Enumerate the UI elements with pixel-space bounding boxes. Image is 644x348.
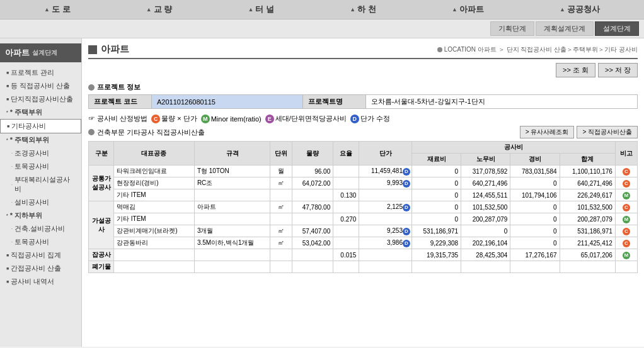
cell-expense: 783,031,584 <box>510 166 560 177</box>
cell-expense: 17,276,167 <box>510 249 560 261</box>
cell-unitprice-wrapper <box>359 213 412 225</box>
table-row: 강관동바리3.5M이하,벽식1개월㎡53,042.003,986D9,229,3… <box>89 237 638 249</box>
project-code-value: A20110126080115 <box>152 95 303 109</box>
sidebar-item-complex-direct[interactable]: 단지직접공사비산출 <box>0 93 81 106</box>
sidebar-title: 아파트 <box>5 47 30 59</box>
project-dot <box>88 84 95 91</box>
cell-labor: 202,196,104 <box>461 237 510 249</box>
sidebar-item-direct-sum[interactable]: 직접공사비 집계 <box>0 249 81 262</box>
note-badge-M[interactable]: M <box>623 216 630 223</box>
similar-button[interactable]: > 유사사례조회 <box>520 126 575 138</box>
stage-tab[interactable]: 설계단계 <box>595 21 639 36</box>
sidebar-item-landscape[interactable]: 조경공사비 <box>0 147 81 160</box>
top-nav-item[interactable]: 공공청사 <box>560 4 600 15</box>
sidebar-items-container: 프로젝트 관리등 직접공사비 산출단지직접공사비산출* 주택부위기타공사비* 주… <box>0 66 81 288</box>
cell-quantity <box>292 213 333 225</box>
save-button[interactable]: >> 저 장 <box>598 63 638 77</box>
cell-unit <box>270 261 292 273</box>
note-badge-C[interactable]: C <box>623 204 630 211</box>
badge-D[interactable]: D <box>403 168 410 176</box>
page-title-bar: 아파트 LOCATION 아파트 ＞ 단지 직접공사비 산출＞주택부위＞기타 공… <box>88 43 638 59</box>
cell-note: C <box>615 237 637 249</box>
cell-repCategory <box>114 249 195 261</box>
sidebar-item-direct-cost[interactable]: 등 직접공사비 산출 <box>0 79 81 93</box>
cell-rate <box>333 177 359 189</box>
main-content: 아파트 LOCATION 아파트 ＞ 단지 직접공사비 산출＞주택부위＞기타 공… <box>82 38 644 347</box>
sidebar-item-outside-group[interactable]: * 주택외부위 <box>0 133 81 147</box>
stage-tab[interactable]: 계획설계단계 <box>536 21 594 36</box>
sidebar-item-civil[interactable]: 토목공사비 <box>0 160 81 173</box>
badge-D[interactable]: D <box>403 240 410 247</box>
th-total: 합계 <box>560 154 615 166</box>
cell-total: 1,100,110,176 <box>560 166 615 177</box>
badge-D[interactable]: D <box>403 228 410 235</box>
main-layout: 아파트 설계단계 프로젝트 관리등 직접공사비 산출단지직접공사비산출* 주택부… <box>0 38 644 347</box>
cell-unit: ㎡ <box>270 177 292 189</box>
cell-unit: ㎡ <box>270 237 292 249</box>
note-badge-C[interactable]: C <box>623 168 630 176</box>
table-row: 공통가설공사타워크레인임대료T형 10TON월96.0011,459,481D0… <box>89 166 638 177</box>
table-row: 강관비계매기(브라켓)3개월㎡57,407.009,253D531,186,97… <box>89 225 638 237</box>
sidebar-item-civil2[interactable]: 토목공사비 <box>0 235 81 249</box>
cell-rate: 0.015 <box>333 249 359 261</box>
top-nav-item[interactable]: 터 널 <box>248 4 274 15</box>
cell-spec: RC조 <box>194 177 270 189</box>
cell-repCategory: 먹매김 <box>114 201 195 213</box>
view-button[interactable]: >> 조 회 <box>556 63 595 77</box>
note-badge-M[interactable]: M <box>623 252 630 259</box>
cell-rate <box>333 261 359 273</box>
sidebar-item-underground-group[interactable]: * 지하부위 <box>0 209 81 222</box>
note-badge-C[interactable]: C <box>623 180 630 188</box>
cell-unit: 월 <box>270 166 292 177</box>
cell-category: 잡공사 <box>89 249 114 261</box>
data-table-body: 공통가설공사타워크레인임대료T형 10TON월96.0011,459,481D0… <box>89 166 638 273</box>
method-icon-M: M <box>201 115 210 123</box>
sidebar-stage-label: 설계단계 <box>32 48 57 57</box>
cell-material: 0 <box>411 177 461 189</box>
note-badge-M[interactable]: M <box>623 192 630 199</box>
sidebar-item-indirect[interactable]: 간접공사비 산출 <box>0 262 81 275</box>
top-nav-item[interactable]: 아파트 <box>452 4 484 15</box>
top-nav-item[interactable]: 도 로 <box>44 4 71 15</box>
cell-expense: 101,794,106 <box>510 189 560 201</box>
cell-expense: 0 <box>510 201 560 213</box>
location-label: LOCATION <box>444 46 476 53</box>
cell-unitprice-wrapper: 11,459,481D <box>359 166 412 177</box>
note-badge-C[interactable]: C <box>623 228 630 235</box>
direct-button[interactable]: > 직접공사비산출 <box>577 126 638 138</box>
cell-repCategory <box>114 261 195 273</box>
sidebar-item-cost-report[interactable]: 공사비 내역서 <box>0 275 81 288</box>
top-nav-item[interactable]: 교 량 <box>146 4 173 15</box>
cell-expense: 0 <box>510 225 560 237</box>
cell-note: C <box>615 201 637 213</box>
sidebar-item-project-manage[interactable]: 프로젝트 관리 <box>0 66 81 79</box>
cell-quantity: 96.00 <box>292 166 333 177</box>
th-labor: 노무비 <box>461 154 510 166</box>
sidebar-item-housing-group[interactable]: * 주택부위 <box>0 106 81 119</box>
sidebar-item-arch-equipment[interactable]: 건축.설비공사비 <box>0 222 81 235</box>
cell-repCategory: 기타 ITEM <box>114 213 195 225</box>
sidebar-item-welfare-facility[interactable]: 부대복리시설공사비 <box>0 173 81 196</box>
cell-unit <box>270 213 292 225</box>
page-title: 아파트 <box>101 43 129 55</box>
top-nav-item[interactable]: 하 천 <box>350 4 376 15</box>
sidebar-item-equipment[interactable]: 설비공사비 <box>0 196 81 209</box>
project-name-label: 프로젝트명 <box>302 95 365 109</box>
cell-expense: 0 <box>510 237 560 249</box>
sidebar-item-other-cost[interactable]: 기타공사비 <box>0 119 81 133</box>
badge-D[interactable]: D <box>403 204 410 211</box>
stage-tab[interactable]: 기획단계 <box>490 21 534 36</box>
cell-total: 101,532,500 <box>560 201 615 213</box>
cell-repCategory: 강관동바리 <box>114 237 195 249</box>
cell-unitprice-wrapper <box>359 189 412 201</box>
note-badge-C[interactable]: C <box>623 240 630 247</box>
cell-unitprice-wrapper: 9,993D <box>359 177 412 189</box>
cell-spec <box>194 213 270 225</box>
th-quantity: 물량 <box>292 142 333 166</box>
table-row: 폐기물 <box>89 261 638 273</box>
cell-labor: 317,078,592 <box>461 166 510 177</box>
badge-D[interactable]: D <box>403 180 410 188</box>
cell-quantity <box>292 261 333 273</box>
cell-spec <box>194 249 270 261</box>
table-row: 가설공사먹매김아파트㎡47,780.002,125D0101,532,50001… <box>89 201 638 213</box>
